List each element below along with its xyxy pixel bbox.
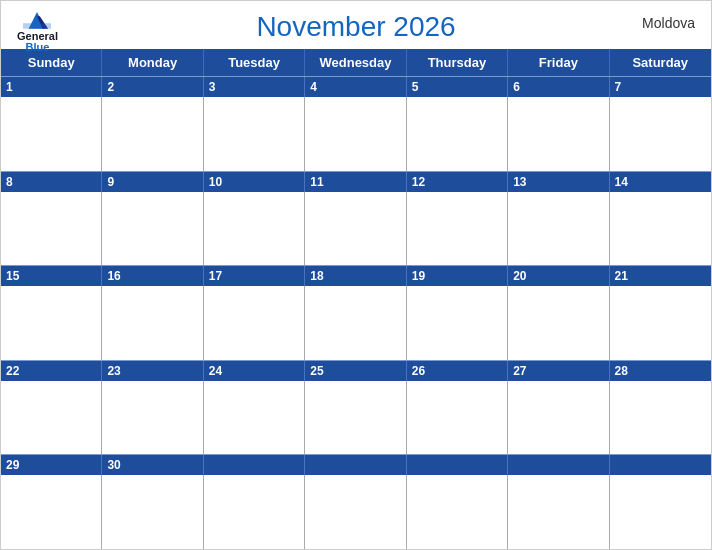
date-empty-1 [204,455,305,475]
header-sunday: Sunday [1,49,102,76]
header-thursday: Thursday [407,49,508,76]
header-friday: Friday [508,49,609,76]
date-30: 30 [102,455,203,475]
date-2: 2 [102,77,203,97]
week-2: 8 9 10 11 12 13 14 [1,171,711,266]
header-monday: Monday [102,49,203,76]
date-20: 20 [508,266,609,286]
date-28: 28 [610,361,711,381]
cell-6 [508,97,609,171]
cell-10 [204,192,305,266]
date-empty-5 [610,455,711,475]
date-23: 23 [102,361,203,381]
week-1-dates: 1 2 3 4 5 6 7 [1,77,711,97]
cell-16 [102,286,203,360]
date-26: 26 [407,361,508,381]
cell-14 [610,192,711,266]
svg-rect-2 [23,23,51,29]
calendar-body: 1 2 3 4 5 6 7 8 9 10 [1,76,711,549]
date-22: 22 [1,361,102,381]
week-2-dates: 8 9 10 11 12 13 14 [1,172,711,192]
cell-23 [102,381,203,455]
month-title: November 2026 [256,11,455,43]
date-27: 27 [508,361,609,381]
week-4-dates: 22 23 24 25 26 27 28 [1,361,711,381]
date-24: 24 [204,361,305,381]
week-1: 1 2 3 4 5 6 7 [1,76,711,171]
cell-8 [1,192,102,266]
date-19: 19 [407,266,508,286]
cell-3 [204,97,305,171]
cell-empty-4 [508,475,609,549]
date-6: 6 [508,77,609,97]
date-3: 3 [204,77,305,97]
cell-4 [305,97,406,171]
cell-7 [610,97,711,171]
cell-22 [1,381,102,455]
date-21: 21 [610,266,711,286]
cell-30 [102,475,203,549]
date-empty-4 [508,455,609,475]
date-1: 1 [1,77,102,97]
date-13: 13 [508,172,609,192]
cell-26 [407,381,508,455]
week-3: 15 16 17 18 19 20 21 [1,265,711,360]
cell-20 [508,286,609,360]
week-4-content [1,381,711,455]
logo-text-blue: Blue [26,42,50,53]
header-wednesday: Wednesday [305,49,406,76]
week-3-content [1,286,711,360]
calendar-header: General Blue November 2026 Moldova [1,1,711,49]
calendar: General Blue November 2026 Moldova Sunda… [0,0,712,550]
date-7: 7 [610,77,711,97]
cell-13 [508,192,609,266]
cell-empty-1 [204,475,305,549]
date-empty-2 [305,455,406,475]
cell-1 [1,97,102,171]
cell-19 [407,286,508,360]
date-17: 17 [204,266,305,286]
cell-24 [204,381,305,455]
cell-empty-5 [610,475,711,549]
date-15: 15 [1,266,102,286]
logo-icon [23,9,51,29]
date-5: 5 [407,77,508,97]
cell-17 [204,286,305,360]
cell-15 [1,286,102,360]
date-9: 9 [102,172,203,192]
cell-25 [305,381,406,455]
header-saturday: Saturday [610,49,711,76]
week-3-dates: 15 16 17 18 19 20 21 [1,266,711,286]
cell-11 [305,192,406,266]
logo: General Blue [17,9,58,53]
date-29: 29 [1,455,102,475]
cell-12 [407,192,508,266]
week-5-content [1,475,711,549]
cell-empty-2 [305,475,406,549]
country-label: Moldova [642,15,695,31]
header-tuesday: Tuesday [204,49,305,76]
week-4: 22 23 24 25 26 27 28 [1,360,711,455]
cell-21 [610,286,711,360]
cell-2 [102,97,203,171]
date-18: 18 [305,266,406,286]
date-25: 25 [305,361,406,381]
date-10: 10 [204,172,305,192]
week-5-dates: 29 30 [1,455,711,475]
cell-9 [102,192,203,266]
date-11: 11 [305,172,406,192]
date-empty-3 [407,455,508,475]
date-14: 14 [610,172,711,192]
cell-28 [610,381,711,455]
cell-5 [407,97,508,171]
cell-empty-3 [407,475,508,549]
date-12: 12 [407,172,508,192]
date-4: 4 [305,77,406,97]
date-8: 8 [1,172,102,192]
cell-18 [305,286,406,360]
week-2-content [1,192,711,266]
day-headers: Sunday Monday Tuesday Wednesday Thursday… [1,49,711,76]
date-16: 16 [102,266,203,286]
week-1-content [1,97,711,171]
cell-29 [1,475,102,549]
